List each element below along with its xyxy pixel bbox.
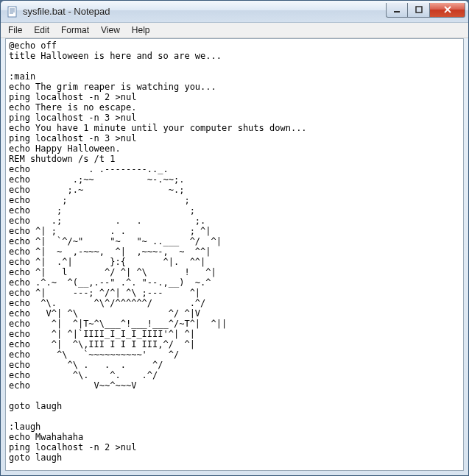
- minimize-button[interactable]: [386, 3, 408, 18]
- menu-edit[interactable]: Edit: [28, 24, 55, 37]
- window-title: sysfile.bat - Notepad: [23, 6, 386, 17]
- menu-help[interactable]: Help: [126, 24, 156, 37]
- text-area[interactable]: @echo off title Halloween is here and so…: [5, 38, 464, 471]
- menu-format[interactable]: Format: [55, 24, 95, 37]
- titlebar[interactable]: sysfile.bat - Notepad: [1, 1, 468, 23]
- notepad-icon: [7, 6, 18, 18]
- notepad-window: sysfile.bat - Notepad File Edit Format V…: [0, 0, 469, 476]
- menubar: File Edit Format View Help: [1, 23, 468, 38]
- menu-view[interactable]: View: [95, 24, 126, 37]
- window-controls: [386, 3, 465, 18]
- svg-rect-6: [416, 7, 422, 13]
- menu-file[interactable]: File: [2, 24, 28, 37]
- maximize-button[interactable]: [408, 3, 430, 18]
- document-content: @echo off title Halloween is here and so…: [9, 40, 460, 463]
- close-button[interactable]: [430, 3, 465, 18]
